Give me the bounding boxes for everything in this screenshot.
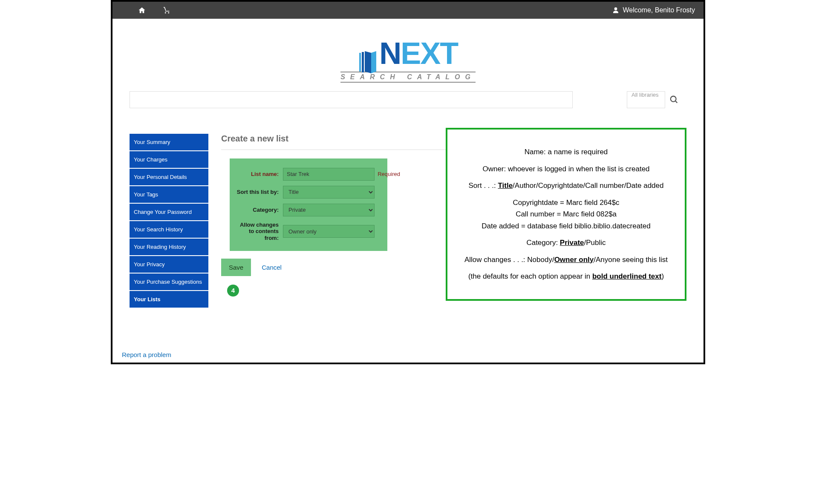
sidebar-item-purchase-suggestions[interactable]: Your Purchase Suggestions xyxy=(130,274,208,290)
info-sort-line: Sort . . .: Title/Author/Copyrightdate/C… xyxy=(456,180,676,191)
welcome-text: Welcome, Benito Frosty xyxy=(623,6,695,14)
svg-marker-2 xyxy=(365,51,371,73)
report-problem-link[interactable]: Report a problem xyxy=(122,351,171,358)
allow-changes-label: Allow changes to contents from: xyxy=(234,222,283,242)
svg-point-4 xyxy=(671,96,676,102)
sidebar-item-search-history[interactable]: Your Search History xyxy=(130,221,208,238)
sidebar-item-change-password[interactable]: Change Your Password xyxy=(130,204,208,220)
search-button[interactable] xyxy=(669,91,686,108)
sidebar-item-tags[interactable]: Your Tags xyxy=(130,186,208,203)
sidebar-item-personal-details[interactable]: Your Personal Details xyxy=(130,169,208,185)
list-name-input[interactable] xyxy=(283,168,375,181)
book-icon xyxy=(358,49,380,75)
sidebar-item-charges[interactable]: Your Charges xyxy=(130,151,208,168)
logo-letter-n: N xyxy=(379,36,401,70)
svg-rect-0 xyxy=(359,53,361,72)
info-callout: Name: a name is required Owner: whoever … xyxy=(446,128,686,301)
cancel-link[interactable]: Cancel xyxy=(262,264,282,271)
create-list-form: List name: Required Sort this list by: T… xyxy=(230,158,387,251)
svg-rect-1 xyxy=(362,52,364,72)
info-category-line: Category: Private/Public xyxy=(456,237,676,248)
save-button[interactable]: Save xyxy=(221,259,251,276)
logo-area: NEXT SEARCH CATALOG xyxy=(112,19,704,91)
sidebar-item-privacy[interactable]: Your Privacy xyxy=(130,256,208,273)
info-copyright-line: Copyrightdate = Marc field 264$c xyxy=(456,197,676,208)
sidebar-item-summary[interactable]: Your Summary xyxy=(130,134,208,150)
info-dateadded-line: Date added = database field biblio.bibli… xyxy=(456,221,676,232)
search-input[interactable] xyxy=(130,91,573,108)
list-name-label: List name: xyxy=(234,171,283,177)
required-text: Required xyxy=(378,171,400,177)
svg-marker-3 xyxy=(371,51,376,73)
library-select[interactable]: All libraries xyxy=(627,91,665,108)
user-icon xyxy=(612,7,619,14)
sort-select[interactable]: Title xyxy=(283,186,375,199)
svg-line-5 xyxy=(675,101,678,103)
logo-letters-ext: EXT xyxy=(401,36,458,70)
step-badge: 4 xyxy=(227,285,239,297)
info-callnum-line: Call number = Marc field 082$a xyxy=(456,209,676,220)
user-menu[interactable]: Welcome, Benito Frosty xyxy=(612,6,695,14)
topbar: Welcome, Benito Frosty xyxy=(112,2,704,19)
info-defaults-line: (the defaults for each option appear in … xyxy=(456,271,676,282)
sort-label: Sort this list by: xyxy=(234,189,283,195)
sidebar-item-lists[interactable]: Your Lists xyxy=(130,291,208,308)
sidebar: Your Summary Your Charges Your Personal … xyxy=(130,134,208,308)
info-owner-line: Owner: whoever is logged in when the lis… xyxy=(456,164,676,175)
info-name-line: Name: a name is required xyxy=(456,147,676,158)
search-row: All libraries xyxy=(112,91,704,108)
allow-changes-select[interactable]: Owner only xyxy=(283,225,375,238)
cart-icon[interactable] xyxy=(163,6,171,14)
sidebar-item-reading-history[interactable]: Your Reading History xyxy=(130,239,208,255)
info-allow-line: Allow changes . . .: Nobody/Owner only/A… xyxy=(456,254,676,265)
home-icon[interactable] xyxy=(138,6,146,14)
category-label: Category: xyxy=(234,207,283,213)
category-select[interactable]: Private xyxy=(283,204,375,216)
logo[interactable]: NEXT SEARCH CATALOG xyxy=(340,36,476,83)
